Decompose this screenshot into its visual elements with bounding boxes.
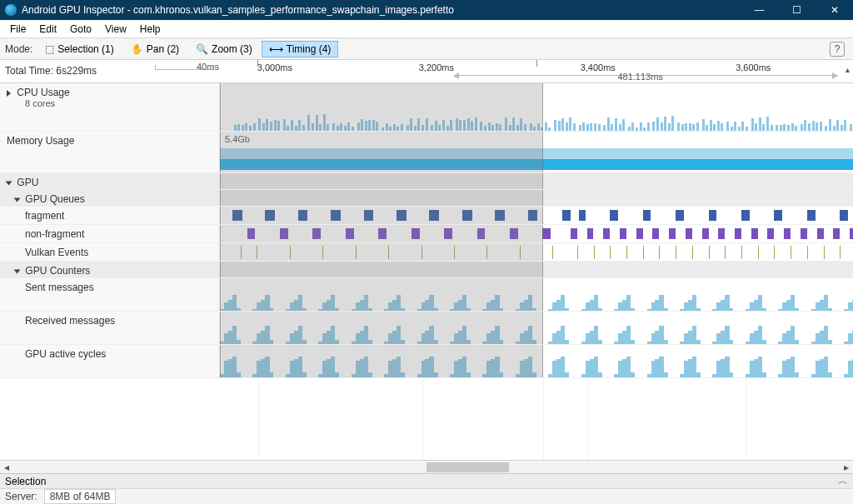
menubar: File Edit Goto View Help [0, 20, 853, 38]
track-gpu-queues-gutter [220, 190, 853, 206]
menu-view[interactable]: View [98, 22, 133, 37]
track-label-fragment[interactable]: fragment [0, 207, 220, 224]
memory-band-1 [220, 148, 853, 159]
scroll-right-button[interactable]: ▸ [840, 462, 853, 473]
selection-panel-header[interactable]: Selection ︿ [0, 473, 853, 488]
range-arrow-right [832, 72, 841, 79]
track-gpu-active-cycles[interactable] [220, 345, 853, 377]
track-fragment[interactable] [220, 207, 853, 224]
minimize-button[interactable]: — [741, 0, 778, 20]
track-label-sent-messages[interactable]: Sent messages [0, 278, 220, 311]
close-button[interactable]: ✕ [816, 0, 853, 20]
ruler-tick: 3,000ms [257, 62, 292, 72]
track-memory[interactable]: 5.4Gb [220, 132, 853, 172]
maximize-button[interactable]: ☐ [778, 0, 816, 20]
window-title: Android GPU Inspector - com.khronos.vulk… [22, 4, 741, 16]
track-gpu-header-gutter [220, 173, 853, 189]
mode-zoom[interactable]: 🔍Zoom (3) [188, 41, 260, 57]
track-header-gpu[interactable]: GPU [0, 173, 220, 189]
help-button[interactable]: ? [830, 42, 845, 57]
app-icon [5, 4, 17, 16]
menu-file[interactable]: File [3, 22, 32, 37]
memory-value-label: 5.4Gb [225, 134, 250, 144]
ruler-icon: ⟷ [269, 43, 283, 55]
chevron-up-icon[interactable]: ︿ [838, 474, 848, 488]
server-label: Server: [5, 491, 37, 502]
track-label-vulkan-events[interactable]: Vulkan Events [0, 243, 220, 261]
selection-panel-title: Selection [5, 476, 46, 487]
mode-selection[interactable]: ⬚Selection (1) [37, 41, 121, 57]
track-label-cpu-usage[interactable]: CPU Usage 8 cores [0, 83, 220, 131]
track-label-received-messages[interactable]: Received messages [0, 312, 220, 344]
scroll-up-button[interactable]: ▴ [843, 65, 851, 74]
horizontal-scrollbar[interactable]: ◂ ▸ [0, 460, 853, 473]
total-time-label: Total Time: 6s229ms [5, 65, 97, 77]
ruler-tick: 3,200ms [419, 62, 454, 72]
server-memory[interactable]: 8MB of 64MB [44, 489, 117, 504]
scrollbar-thumb[interactable] [426, 462, 509, 472]
scale-indicator-label: 40ms [197, 62, 219, 72]
track-header-gpu-queues[interactable]: GPU Queues [0, 190, 220, 206]
mode-label: Mode: [5, 43, 32, 55]
cpu-cores-label: 8 cores [7, 98, 212, 108]
time-ruler[interactable]: Total Time: 6s229ms 40ms 3,000ms 3,200ms… [0, 60, 853, 83]
caret-icon [7, 90, 11, 97]
menu-goto[interactable]: Goto [63, 22, 98, 37]
cursor-icon: ⬚ [45, 43, 54, 55]
track-sent-messages[interactable] [220, 278, 853, 311]
range-label: 481.113ms [617, 72, 662, 82]
track-header-gpu-counters[interactable]: GPU Counters [0, 262, 220, 277]
track-label-nonfragment[interactable]: non-fragment [0, 225, 220, 242]
scroll-left-button[interactable]: ◂ [0, 462, 13, 473]
track-vulkan-events[interactable] [220, 243, 853, 261]
track-label-memory[interactable]: Memory Usage [0, 132, 220, 172]
track-nonfragment[interactable] [220, 225, 853, 242]
menu-edit[interactable]: Edit [32, 22, 63, 37]
track-gpu-counters-gutter [220, 262, 853, 277]
track-label-gpu-active-cycles[interactable]: GPU active cycles [0, 345, 220, 377]
caret-down-icon [14, 269, 21, 273]
timeline-main: CPU Usage 8 cores Memory Usage 5.4Gb GPU [0, 83, 853, 460]
titlebar: Android GPU Inspector - com.khronos.vulk… [0, 0, 853, 20]
scrollbar-track[interactable] [13, 461, 840, 473]
track-received-messages[interactable] [220, 312, 853, 344]
ruler-tick: 3,400ms [581, 62, 616, 72]
track-cpu-usage[interactable] [220, 83, 853, 131]
caret-down-icon [14, 197, 21, 202]
mode-timing[interactable]: ⟷Timing (4) [262, 41, 339, 57]
statusbar: Server: 8MB of 64MB [0, 488, 853, 504]
ruler-tick: 3,600ms [736, 62, 771, 72]
mode-toolbar: Mode: ⬚Selection (1) ✋Pan (2) 🔍Zoom (3) … [0, 38, 853, 60]
magnifier-icon: 🔍 [196, 43, 208, 55]
menu-help[interactable]: Help [133, 22, 167, 37]
range-arrow-left [450, 72, 459, 79]
memory-band-2 [220, 159, 853, 170]
ruler-track[interactable]: 3,000ms 3,200ms 3,400ms 3,600ms 481.113m… [220, 60, 841, 82]
hand-icon: ✋ [131, 43, 143, 55]
mode-pan[interactable]: ✋Pan (2) [123, 41, 187, 57]
caret-down-icon [6, 181, 12, 185]
